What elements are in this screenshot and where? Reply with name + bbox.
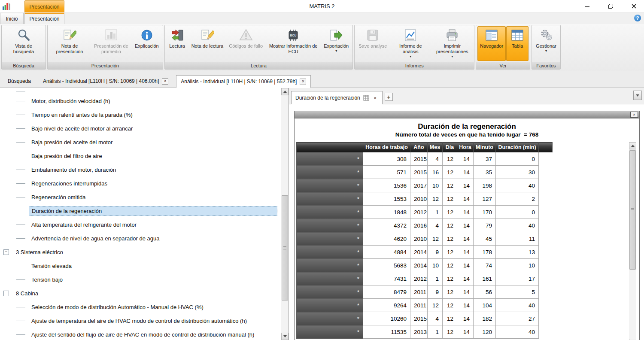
- table-cell: 12: [428, 192, 443, 206]
- ribbon-button-mostrar-informacion-de-ecu[interactable]: ECUMostrar información de ECU: [266, 26, 321, 61]
- tree-item-tension-bajo[interactable]: Tensión bajo: [0, 273, 281, 286]
- row-filler: [539, 219, 553, 232]
- scrollbar-down-button[interactable]: [281, 333, 289, 340]
- tree-item-tension-elevada[interactable]: Tensión elevada: [0, 259, 281, 273]
- tree-item-embalamiento-del-motor-duracio[interactable]: Embalamiento del motor, duración: [0, 163, 281, 176]
- tree-connector-line: [16, 197, 25, 197]
- table-row[interactable]: *743120121121416117: [297, 272, 553, 285]
- tab-close-icon[interactable]: ×: [162, 78, 168, 85]
- table-row[interactable]: *568320141012147410: [297, 259, 553, 272]
- result-tab[interactable]: Duración de la regeneración ×: [291, 91, 383, 104]
- table-cell: 4620: [363, 232, 410, 246]
- column-header-horas-de-trabajo[interactable]: Horas de trabajo: [363, 143, 410, 152]
- column-header-ano[interactable]: Año: [410, 143, 428, 152]
- row-filler: [539, 206, 553, 219]
- column-header-duracion-min[interactable]: Duración (min): [496, 143, 539, 152]
- minimize-button[interactable]: [579, 1, 596, 12]
- ribbon-button-navegador[interactable]: Navegador: [477, 26, 506, 61]
- tree-item-ajuste-de-temperatura-del-aire[interactable]: Ajuste de temperatura del aire de HVAC m…: [0, 314, 281, 328]
- ribbon-button-informe-de-analisis[interactable]: Informe de análisis▾: [390, 26, 431, 61]
- table-cell: 2015: [410, 152, 428, 166]
- ribbon-tab-presentacion[interactable]: Presentación: [24, 13, 64, 24]
- reading-note-icon: [200, 28, 214, 42]
- table-row[interactable]: *488420149121417813: [297, 246, 553, 259]
- ribbon-button-vista-de-busqueda[interactable]: Vista de búsqueda: [3, 26, 44, 61]
- tree-item-baja-presion-del-aceite-del-mo[interactable]: Baja presión del aceite del motor: [0, 135, 281, 149]
- inner-window-header[interactable]: ×: [295, 111, 639, 118]
- table-cell: 2016: [410, 219, 428, 232]
- help-icon[interactable]: ?: [634, 15, 641, 21]
- table-row[interactable]: *1153520131121412040: [297, 325, 553, 339]
- table-cell: 14: [457, 232, 474, 246]
- scrollbar-thumb[interactable]: [629, 150, 636, 270]
- up-arrow-icon: [631, 145, 635, 147]
- table-cell: 40: [496, 325, 539, 339]
- table-scrollbar[interactable]: [629, 142, 636, 340]
- ribbon-button-gestionar[interactable]: Gestionar▾: [533, 26, 559, 61]
- ribbon: Vista de búsquedaBúsquedaNota de present…: [0, 24, 644, 71]
- tree-item-duracion-de-la-regeneracion[interactable]: Duración de la regeneración: [0, 204, 281, 218]
- add-tab-button[interactable]: +: [385, 93, 393, 101]
- tree-item-motor-distribucion-velocidad-h[interactable]: Motor, distribución velocidad (h): [0, 94, 281, 108]
- ribbon-button-nota-de-presentacion[interactable]: Nota de presentación: [49, 26, 90, 61]
- navigator-icon: [485, 28, 498, 42]
- table-row[interactable]: *18482012112141700: [297, 206, 553, 219]
- column-header-mes[interactable]: Mes: [428, 143, 443, 152]
- table-cell: 27: [496, 312, 539, 325]
- column-header-minuto[interactable]: Minuto: [474, 143, 496, 152]
- table-cell: 14: [457, 285, 474, 299]
- scrollbar-up-button[interactable]: [281, 88, 289, 95]
- result-tab-close-icon[interactable]: ×: [372, 95, 378, 101]
- scrollbar-up-button[interactable]: [629, 142, 636, 149]
- tree-scrollbar[interactable]: [281, 88, 288, 340]
- ribbon-button-nota-de-lectura[interactable]: Nota de lectura: [189, 26, 226, 61]
- document-tab-analisis-individual-l110h-s-n-[interactable]: Análisis - Individual [L110H | S/N: 1006…: [176, 75, 311, 88]
- table-header-row: Horas de trabajoAñoMesDíaHoraMinutoDurac…: [297, 143, 553, 152]
- tree-item-8-cabina[interactable]: −8 Cabina: [0, 286, 281, 300]
- table-cell: 2012: [410, 272, 428, 285]
- table-row[interactable]: *8479201191214565: [297, 285, 553, 299]
- tree-collapse-icon[interactable]: −: [3, 291, 9, 296]
- scrollbar-thumb[interactable]: [282, 195, 288, 301]
- ribbon-tab-inicio[interactable]: Inicio: [0, 13, 24, 24]
- table-view-icon: [510, 28, 524, 42]
- tree-item-seleccion-de-modo-de-distribuc[interactable]: Selección de modo de distribución Automá…: [0, 300, 281, 314]
- tree-connector-line: [16, 266, 25, 266]
- table-cell: 10: [428, 179, 443, 192]
- document-tab-busqueda[interactable]: Búsqueda: [3, 75, 35, 88]
- tree-item-tiempo-en-ralenti-antes-de-la-[interactable]: Tiempo en ralentí antes de la parada (%): [0, 108, 281, 121]
- table-row[interactable]: *9264201112121410440: [297, 299, 553, 312]
- restore-button[interactable]: [602, 1, 619, 12]
- table-row[interactable]: *57120151612143530: [297, 166, 553, 179]
- tree-item-regeneraciones-interrumpidas[interactable]: Regeneraciones interrumpidas: [0, 176, 281, 190]
- document-tab-analisis-individual-l110h-s-n-[interactable]: Análisis - Individual [L110H | S/N: 1006…: [39, 75, 173, 88]
- column-header-dia[interactable]: Día: [443, 143, 457, 152]
- tab-close-icon[interactable]: ×: [300, 79, 306, 85]
- ribbon-button-imprimir-presentaciones[interactable]: Imprimir presentaciones▾: [431, 26, 473, 61]
- tree-item-regeneracion-omitida[interactable]: Regeneración omitida: [0, 190, 281, 204]
- ribbon-button-tabla[interactable]: Tabla: [506, 26, 529, 61]
- tree-item-baja-presion-del-filtro-de-air[interactable]: Baja presión del filtro de aire: [0, 149, 281, 163]
- tree-item-ajuste-del-sentido-del-flujo-d[interactable]: Ajuste del sentido del flujo de aire de …: [0, 328, 281, 340]
- document-tab-bar: BúsquedaAnálisis - Individual [L110H | S…: [0, 71, 644, 88]
- inner-window-close-icon[interactable]: ×: [630, 112, 638, 118]
- tree-collapse-icon[interactable]: −: [3, 249, 9, 255]
- tree-item-advertencia-de-nivel-de-agua-e[interactable]: Advertencia de nivel de agua en separado…: [0, 231, 281, 245]
- table-row[interactable]: *155320101212141272: [297, 192, 553, 206]
- table-row[interactable]: *1026020154121418227: [297, 312, 553, 325]
- close-button[interactable]: [625, 1, 642, 12]
- table-cell: 14: [457, 299, 474, 312]
- row-marker: *: [297, 246, 363, 259]
- table-row[interactable]: *1536201710121419840: [297, 179, 553, 192]
- ribbon-button-exportacion[interactable]: Exportación▾: [321, 26, 351, 61]
- ribbon-button-explicacion[interactable]: Explicación: [132, 26, 161, 61]
- table-row[interactable]: *43722016412147940: [297, 219, 553, 232]
- table-row[interactable]: *308201541214370: [297, 152, 553, 166]
- tabstrip-menu-button[interactable]: [633, 91, 642, 100]
- column-header-hora[interactable]: Hora: [457, 143, 474, 152]
- tree-item-bajo-nivel-de-aceite-del-motor[interactable]: Bajo nivel de aceite del motor al arranc…: [0, 121, 281, 135]
- tree-item-3-sistema-electrico[interactable]: −3 Sistema eléctrico: [0, 245, 281, 259]
- table-row[interactable]: *462020101212144511: [297, 232, 553, 246]
- ribbon-button-lectura[interactable]: Lectura: [166, 26, 188, 61]
- tree-item-alta-temperatura-del-refrigera[interactable]: Alta temperatura del refrigerante del mo…: [0, 218, 281, 231]
